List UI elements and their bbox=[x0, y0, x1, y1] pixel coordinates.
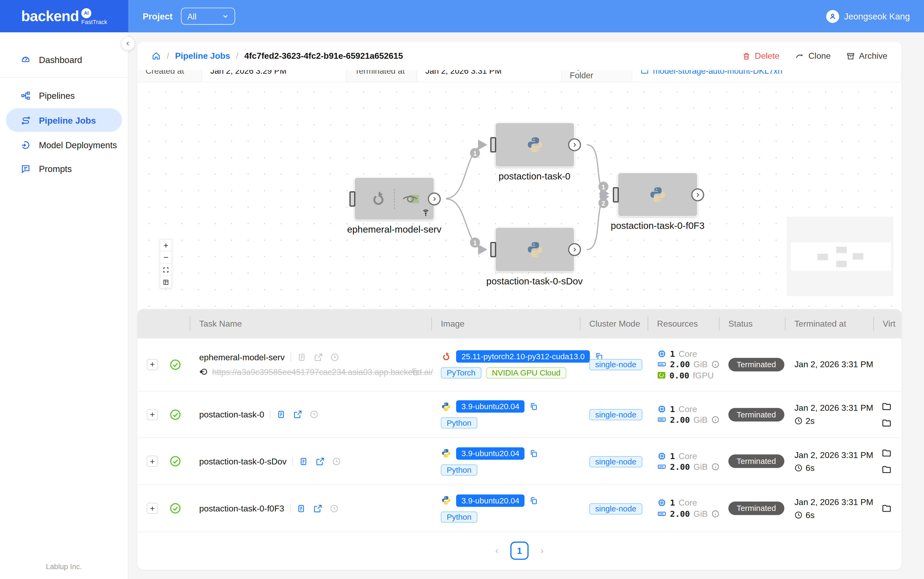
delete-label: Delete bbox=[755, 51, 780, 61]
zoom-in-button[interactable]: + bbox=[159, 239, 172, 251]
cpu-unit: Core bbox=[679, 404, 697, 414]
home-icon[interactable] bbox=[151, 51, 161, 61]
info-icon[interactable] bbox=[711, 361, 719, 369]
python-icon bbox=[525, 240, 544, 259]
folder-icon[interactable] bbox=[881, 418, 901, 428]
memory-unit: GiB bbox=[694, 462, 708, 471]
pagination-next-button[interactable]: › bbox=[540, 545, 544, 557]
folder-icon[interactable] bbox=[881, 465, 901, 474]
copy-icon[interactable] bbox=[529, 449, 538, 458]
delete-button[interactable]: Delete bbox=[742, 51, 780, 61]
history-icon[interactable] bbox=[332, 457, 341, 466]
info-icon[interactable] bbox=[711, 510, 719, 518]
dag-canvas[interactable]: ephemeral-model-serv postaction-task-0 bbox=[138, 83, 902, 309]
node-output-port[interactable] bbox=[691, 188, 704, 201]
folder-icon[interactable] bbox=[881, 504, 901, 513]
resources-cell: 1 Core 2.00 GiB bbox=[648, 403, 719, 426]
folder-icon[interactable] bbox=[881, 401, 901, 411]
dag-node-postaction-task-0-f0F3[interactable] bbox=[618, 173, 698, 217]
sidebar-item-pipeline-jobs[interactable]: Pipeline Jobs bbox=[6, 108, 122, 132]
task-log-icon[interactable] bbox=[297, 353, 306, 362]
meta-created-value: Jan 2, 2026 3:29 PM bbox=[202, 70, 346, 82]
sidebar-item-prompts[interactable]: Prompts bbox=[0, 157, 128, 180]
framework-tag: Python bbox=[441, 465, 478, 476]
pagination-prev-button[interactable]: ‹ bbox=[495, 545, 499, 557]
task-log-icon[interactable] bbox=[299, 457, 308, 466]
minimap-node bbox=[853, 253, 863, 260]
row-expand-button[interactable]: + bbox=[147, 456, 158, 467]
breadcrumb-pipeline-jobs-link[interactable]: Pipeline Jobs bbox=[175, 51, 230, 61]
node-input-port[interactable] bbox=[350, 191, 355, 206]
node-input-port[interactable] bbox=[490, 242, 496, 257]
node-input-port[interactable] bbox=[490, 137, 496, 152]
cpu-icon bbox=[657, 498, 666, 507]
external-link-icon[interactable] bbox=[313, 504, 322, 513]
meta-folder-link[interactable]: model-storage-auto-mount-DKL7xn bbox=[632, 70, 901, 82]
row-expand-button[interactable]: + bbox=[147, 503, 158, 514]
header-bar: Project All Jeongseok Kang bbox=[128, 0, 924, 32]
card-header: / Pipeline Jobs / 4fc7fed2-3623-4fc2-b91… bbox=[138, 42, 902, 70]
node-output-port[interactable] bbox=[568, 138, 581, 151]
dag-node-postaction-task-0[interactable] bbox=[495, 122, 574, 167]
node-output-port[interactable] bbox=[428, 192, 441, 205]
brand-logo[interactable]: backend AI FastTrack bbox=[0, 0, 128, 32]
pagination-page-1[interactable]: 1 bbox=[510, 542, 528, 560]
framework-tag: Python bbox=[441, 512, 478, 523]
info-icon[interactable] bbox=[711, 416, 719, 424]
memory-value: 2.00 bbox=[670, 360, 690, 369]
fit-view-button[interactable] bbox=[159, 263, 172, 276]
project-select[interactable]: All bbox=[181, 8, 235, 25]
node-input-port[interactable] bbox=[613, 187, 619, 202]
clone-button[interactable]: Clone bbox=[795, 51, 831, 61]
cpu-unit: Core bbox=[679, 498, 697, 507]
endpoint-url-link[interactable]: https://a3a9c39585ee451797cac234.asia03.… bbox=[212, 367, 406, 376]
sidebar-item-pipelines[interactable]: Pipelines bbox=[0, 83, 128, 107]
copy-icon[interactable] bbox=[411, 368, 420, 376]
row-expand-button[interactable]: + bbox=[147, 359, 158, 370]
layout-button[interactable] bbox=[159, 276, 172, 288]
cluster-mode-tag: single-node bbox=[589, 359, 642, 370]
memory-value: 2.00 bbox=[670, 462, 690, 471]
divider bbox=[270, 410, 271, 419]
archive-button[interactable]: Archive bbox=[846, 51, 887, 61]
pytorch-icon bbox=[369, 190, 387, 208]
history-icon[interactable] bbox=[330, 504, 339, 513]
history-icon[interactable] bbox=[330, 353, 339, 362]
sidebar-item-label: Pipelines bbox=[39, 90, 75, 100]
external-link-icon[interactable] bbox=[315, 457, 325, 466]
row-expand-button[interactable]: + bbox=[147, 409, 158, 420]
task-log-icon[interactable] bbox=[277, 410, 286, 419]
folder-icon[interactable] bbox=[881, 448, 901, 458]
sidebar-item-model-deployments[interactable]: Model Deployments bbox=[0, 133, 128, 157]
copy-icon[interactable] bbox=[529, 402, 538, 411]
column-header-cluster-mode: Cluster Mode bbox=[580, 309, 648, 339]
zoom-out-button[interactable]: − bbox=[159, 251, 172, 263]
sidebar-item-label: Model Deployments bbox=[39, 140, 117, 150]
memory-icon bbox=[657, 360, 666, 369]
dag-node-postaction-task-0-sDov[interactable] bbox=[495, 227, 574, 272]
user-avatar bbox=[826, 10, 839, 23]
task-table-header: Task Name Image Cluster Mode Resources S… bbox=[138, 309, 902, 339]
info-icon[interactable] bbox=[711, 463, 719, 471]
external-link-icon[interactable] bbox=[293, 410, 302, 419]
sidebar-item-dashboard[interactable]: Dashboard bbox=[0, 48, 128, 71]
meta-terminated-label: Terminated at bbox=[346, 70, 417, 82]
table-row: + postaction-task-0 bbox=[138, 391, 902, 438]
cpu-unit: Core bbox=[679, 451, 697, 461]
user-menu[interactable]: Jeongseok Kang bbox=[826, 10, 910, 23]
chevron-down-icon bbox=[222, 13, 228, 19]
history-icon[interactable] bbox=[310, 410, 319, 419]
copy-icon[interactable] bbox=[529, 496, 538, 505]
edge-order-badge: 1 bbox=[470, 148, 480, 158]
python-icon bbox=[441, 495, 451, 506]
sidebar-collapse-button[interactable] bbox=[121, 37, 135, 51]
external-link-icon[interactable] bbox=[313, 353, 323, 362]
node-output-port[interactable] bbox=[568, 243, 581, 256]
dag-node-ephemeral-model-serv[interactable] bbox=[354, 177, 435, 220]
cpu-value: 1 bbox=[670, 349, 675, 358]
divider bbox=[290, 353, 291, 361]
task-log-icon[interactable] bbox=[297, 504, 306, 513]
column-header-virtual: Virt bbox=[873, 309, 901, 339]
dag-minimap[interactable] bbox=[786, 217, 893, 296]
job-meta-row: Created at Jan 2, 2026 3:29 PM Terminate… bbox=[138, 70, 902, 82]
